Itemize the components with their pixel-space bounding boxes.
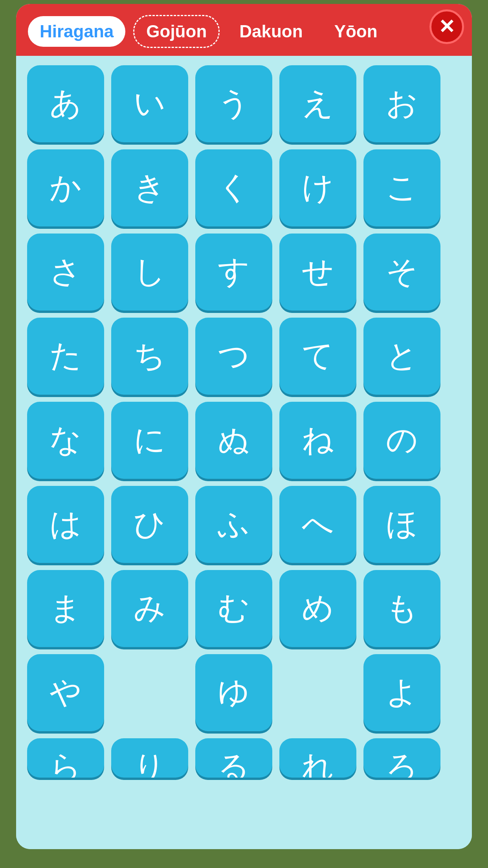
kana-button-yu[interactable]: ゆ	[195, 654, 272, 731]
kana-button-mo[interactable]: も	[363, 570, 440, 647]
kana-button-se[interactable]: せ	[279, 234, 356, 311]
kana-row-ha: は ひ ふ へ ほ	[27, 486, 461, 563]
kana-row-na: な に ぬ ね の	[27, 402, 461, 479]
kana-button-ne[interactable]: ね	[279, 402, 356, 479]
kana-button-ni[interactable]: に	[111, 402, 188, 479]
kana-button-nu[interactable]: ぬ	[195, 402, 272, 479]
kana-button-ho[interactable]: ほ	[363, 486, 440, 563]
kana-row-ya: や ゆ よ	[27, 654, 461, 731]
kana-row-ma: ま み む め も	[27, 570, 461, 647]
kana-button-yo[interactable]: よ	[363, 654, 440, 731]
kana-button-mu[interactable]: む	[195, 570, 272, 647]
kana-row-a: あ い う え お	[27, 65, 461, 142]
kana-button-ku[interactable]: く	[195, 149, 272, 226]
kana-button-ya[interactable]: や	[27, 654, 104, 731]
kana-button-sa[interactable]: さ	[27, 234, 104, 311]
kana-button-mi[interactable]: み	[111, 570, 188, 647]
kana-button-tsu[interactable]: つ	[195, 318, 272, 395]
kana-button-ru[interactable]: る	[195, 738, 272, 778]
kana-button-to[interactable]: と	[363, 318, 440, 395]
kana-button-no[interactable]: の	[363, 402, 440, 479]
app-background: Hiragana Gojūon Dakuon Yōon ✕ あ い う え お …	[0, 0, 488, 868]
tab-dakuon[interactable]: Dakuon	[227, 16, 314, 47]
kana-button-te[interactable]: て	[279, 318, 356, 395]
kana-button-a[interactable]: あ	[27, 65, 104, 142]
tab-hiragana[interactable]: Hiragana	[28, 16, 125, 47]
kana-button-na[interactable]: な	[27, 402, 104, 479]
kana-button-ki[interactable]: き	[111, 149, 188, 226]
kana-button-ma[interactable]: ま	[27, 570, 104, 647]
kana-button-shi[interactable]: し	[111, 234, 188, 311]
kana-row-ka: か き く け こ	[27, 149, 461, 226]
kana-button-ra[interactable]: ら	[27, 738, 104, 778]
kana-button-ha[interactable]: は	[27, 486, 104, 563]
kana-row-ra: ら り る れ ろ	[27, 738, 461, 778]
kana-button-i[interactable]: い	[111, 65, 188, 142]
kana-button-ke[interactable]: け	[279, 149, 356, 226]
kana-button-fu[interactable]: ふ	[195, 486, 272, 563]
kana-button-o[interactable]: お	[363, 65, 440, 142]
kana-button-me[interactable]: め	[279, 570, 356, 647]
kana-button-ri[interactable]: り	[111, 738, 188, 778]
close-button[interactable]: ✕	[429, 9, 464, 44]
kana-row-sa: さ し す せ そ	[27, 234, 461, 311]
kana-button-he[interactable]: へ	[279, 486, 356, 563]
kana-button-ko[interactable]: こ	[363, 149, 440, 226]
kana-button-ta[interactable]: た	[27, 318, 104, 395]
kana-button-so[interactable]: そ	[363, 234, 440, 311]
kana-button-e[interactable]: え	[279, 65, 356, 142]
kana-button-hi[interactable]: ひ	[111, 486, 188, 563]
kana-row-ta: た ち つ て と	[27, 318, 461, 395]
kana-button-chi[interactable]: ち	[111, 318, 188, 395]
kana-button-su[interactable]: す	[195, 234, 272, 311]
tab-yoon[interactable]: Yōon	[323, 16, 389, 47]
tab-gojuon[interactable]: Gojūon	[133, 15, 220, 48]
kana-button-re[interactable]: れ	[279, 738, 356, 778]
kana-button-empty-1	[111, 654, 188, 731]
kana-button-ro[interactable]: ろ	[363, 738, 440, 778]
kana-button-ka[interactable]: か	[27, 149, 104, 226]
modal-container: Hiragana Gojūon Dakuon Yōon ✕ あ い う え お …	[16, 4, 472, 849]
kana-button-u[interactable]: う	[195, 65, 272, 142]
header: Hiragana Gojūon Dakuon Yōon ✕	[16, 4, 472, 56]
kana-button-empty-2	[279, 654, 356, 731]
kana-grid: あ い う え お か き く け こ さ し す せ そ	[16, 56, 472, 849]
